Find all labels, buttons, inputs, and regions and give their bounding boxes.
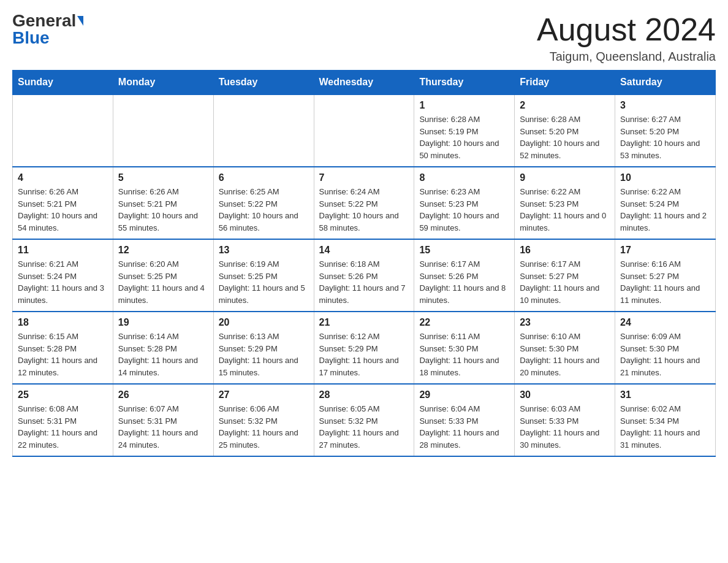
- day-info: Sunrise: 6:17 AMSunset: 5:27 PMDaylight:…: [520, 258, 610, 306]
- day-info: Sunrise: 6:21 AMSunset: 5:24 PMDaylight:…: [18, 258, 108, 306]
- day-cell: 2Sunrise: 6:28 AMSunset: 5:20 PMDaylight…: [515, 94, 615, 167]
- day-number: 7: [319, 172, 409, 183]
- day-info: Sunrise: 6:19 AMSunset: 5:25 PMDaylight:…: [219, 258, 309, 306]
- day-cell: 31Sunrise: 6:02 AMSunset: 5:34 PMDayligh…: [615, 384, 716, 456]
- weekday-header-monday: Monday: [113, 71, 213, 95]
- day-cell: 18Sunrise: 6:15 AMSunset: 5:28 PMDayligh…: [13, 312, 113, 384]
- day-cell: 15Sunrise: 6:17 AMSunset: 5:26 PMDayligh…: [414, 239, 515, 312]
- day-cell: [213, 94, 314, 167]
- logo-general: General: [12, 12, 76, 29]
- day-info: Sunrise: 6:24 AMSunset: 5:22 PMDaylight:…: [319, 186, 409, 234]
- week-row-5: 25Sunrise: 6:08 AMSunset: 5:31 PMDayligh…: [13, 384, 716, 456]
- day-number: 31: [620, 389, 710, 400]
- week-row-4: 18Sunrise: 6:15 AMSunset: 5:28 PMDayligh…: [13, 312, 716, 384]
- day-number: 22: [419, 317, 509, 328]
- day-number: 25: [18, 389, 108, 400]
- day-cell: 22Sunrise: 6:11 AMSunset: 5:30 PMDayligh…: [414, 312, 515, 384]
- week-row-2: 4Sunrise: 6:26 AMSunset: 5:21 PMDaylight…: [13, 167, 716, 239]
- day-cell: 9Sunrise: 6:22 AMSunset: 5:23 PMDaylight…: [515, 167, 615, 239]
- day-info: Sunrise: 6:15 AMSunset: 5:28 PMDaylight:…: [18, 331, 108, 378]
- day-info: Sunrise: 6:11 AMSunset: 5:30 PMDaylight:…: [419, 331, 509, 378]
- location: Taigum, Queensland, Australia: [537, 50, 716, 64]
- day-cell: 8Sunrise: 6:23 AMSunset: 5:23 PMDaylight…: [414, 167, 515, 239]
- day-number: 20: [219, 317, 309, 328]
- day-info: Sunrise: 6:02 AMSunset: 5:34 PMDaylight:…: [620, 403, 710, 451]
- day-cell: 11Sunrise: 6:21 AMSunset: 5:24 PMDayligh…: [13, 239, 113, 312]
- day-number: 24: [620, 317, 710, 328]
- day-cell: [113, 94, 213, 167]
- day-info: Sunrise: 6:14 AMSunset: 5:28 PMDaylight:…: [118, 331, 208, 378]
- day-cell: 19Sunrise: 6:14 AMSunset: 5:28 PMDayligh…: [113, 312, 213, 384]
- day-info: Sunrise: 6:27 AMSunset: 5:20 PMDaylight:…: [620, 113, 710, 161]
- day-cell: 28Sunrise: 6:05 AMSunset: 5:32 PMDayligh…: [314, 384, 414, 456]
- day-cell: 23Sunrise: 6:10 AMSunset: 5:30 PMDayligh…: [515, 312, 615, 384]
- day-number: 11: [18, 245, 108, 256]
- header-row: SundayMondayTuesdayWednesdayThursdayFrid…: [13, 71, 716, 95]
- day-number: 9: [520, 172, 610, 183]
- day-cell: 10Sunrise: 6:22 AMSunset: 5:24 PMDayligh…: [615, 167, 716, 239]
- day-number: 26: [118, 389, 208, 400]
- day-info: Sunrise: 6:26 AMSunset: 5:21 PMDaylight:…: [18, 186, 108, 234]
- day-cell: 6Sunrise: 6:25 AMSunset: 5:22 PMDaylight…: [213, 167, 314, 239]
- weekday-header-tuesday: Tuesday: [213, 71, 314, 95]
- day-info: Sunrise: 6:25 AMSunset: 5:22 PMDaylight:…: [219, 186, 309, 234]
- day-info: Sunrise: 6:06 AMSunset: 5:32 PMDaylight:…: [219, 403, 309, 451]
- day-cell: 20Sunrise: 6:13 AMSunset: 5:29 PMDayligh…: [213, 312, 314, 384]
- day-info: Sunrise: 6:07 AMSunset: 5:31 PMDaylight:…: [118, 403, 208, 451]
- day-number: 17: [620, 245, 710, 256]
- logo: General Blue: [12, 12, 83, 47]
- day-info: Sunrise: 6:17 AMSunset: 5:26 PMDaylight:…: [419, 258, 509, 306]
- day-cell: 30Sunrise: 6:03 AMSunset: 5:33 PMDayligh…: [515, 384, 615, 456]
- weekday-header-friday: Friday: [515, 71, 615, 95]
- day-number: 18: [18, 317, 108, 328]
- day-cell: [13, 94, 113, 167]
- logo-blue: Blue: [12, 28, 50, 47]
- day-cell: 26Sunrise: 6:07 AMSunset: 5:31 PMDayligh…: [113, 384, 213, 456]
- day-number: 3: [620, 100, 710, 111]
- day-number: 12: [118, 245, 208, 256]
- day-info: Sunrise: 6:22 AMSunset: 5:24 PMDaylight:…: [620, 186, 710, 234]
- day-info: Sunrise: 6:13 AMSunset: 5:29 PMDaylight:…: [219, 331, 309, 378]
- day-info: Sunrise: 6:16 AMSunset: 5:27 PMDaylight:…: [620, 258, 710, 306]
- weekday-header-sunday: Sunday: [13, 71, 113, 95]
- day-cell: 4Sunrise: 6:26 AMSunset: 5:21 PMDaylight…: [13, 167, 113, 239]
- calendar-table: SundayMondayTuesdayWednesdayThursdayFrid…: [12, 70, 716, 457]
- day-number: 23: [520, 317, 610, 328]
- day-info: Sunrise: 6:09 AMSunset: 5:30 PMDaylight:…: [620, 331, 710, 378]
- week-row-1: 1Sunrise: 6:28 AMSunset: 5:19 PMDaylight…: [13, 94, 716, 167]
- day-number: 15: [419, 245, 509, 256]
- day-number: 14: [319, 245, 409, 256]
- weekday-header-thursday: Thursday: [414, 71, 515, 95]
- day-info: Sunrise: 6:05 AMSunset: 5:32 PMDaylight:…: [319, 403, 409, 451]
- day-cell: 24Sunrise: 6:09 AMSunset: 5:30 PMDayligh…: [615, 312, 716, 384]
- day-info: Sunrise: 6:28 AMSunset: 5:20 PMDaylight:…: [520, 113, 610, 161]
- weekday-header-wednesday: Wednesday: [314, 71, 414, 95]
- day-number: 13: [219, 245, 309, 256]
- day-number: 21: [319, 317, 409, 328]
- day-number: 8: [419, 172, 509, 183]
- day-cell: [314, 94, 414, 167]
- day-info: Sunrise: 6:20 AMSunset: 5:25 PMDaylight:…: [118, 258, 208, 306]
- day-cell: 3Sunrise: 6:27 AMSunset: 5:20 PMDaylight…: [615, 94, 716, 167]
- day-number: 1: [419, 100, 509, 111]
- day-info: Sunrise: 6:23 AMSunset: 5:23 PMDaylight:…: [419, 186, 509, 234]
- day-info: Sunrise: 6:18 AMSunset: 5:26 PMDaylight:…: [319, 258, 409, 306]
- day-info: Sunrise: 6:12 AMSunset: 5:29 PMDaylight:…: [319, 331, 409, 378]
- day-cell: 29Sunrise: 6:04 AMSunset: 5:33 PMDayligh…: [414, 384, 515, 456]
- day-cell: 5Sunrise: 6:26 AMSunset: 5:21 PMDaylight…: [113, 167, 213, 239]
- day-number: 4: [18, 172, 108, 183]
- day-cell: 16Sunrise: 6:17 AMSunset: 5:27 PMDayligh…: [515, 239, 615, 312]
- day-cell: 1Sunrise: 6:28 AMSunset: 5:19 PMDaylight…: [414, 94, 515, 167]
- day-number: 5: [118, 172, 208, 183]
- day-info: Sunrise: 6:08 AMSunset: 5:31 PMDaylight:…: [18, 403, 108, 451]
- day-info: Sunrise: 6:22 AMSunset: 5:23 PMDaylight:…: [520, 186, 610, 234]
- day-info: Sunrise: 6:26 AMSunset: 5:21 PMDaylight:…: [118, 186, 208, 234]
- day-info: Sunrise: 6:28 AMSunset: 5:19 PMDaylight:…: [419, 113, 509, 161]
- day-number: 16: [520, 245, 610, 256]
- day-cell: 7Sunrise: 6:24 AMSunset: 5:22 PMDaylight…: [314, 167, 414, 239]
- day-info: Sunrise: 6:10 AMSunset: 5:30 PMDaylight:…: [520, 331, 610, 378]
- month-title: August 2024: [537, 12, 716, 47]
- weekday-header-saturday: Saturday: [615, 71, 716, 95]
- page-header: General Blue August 2024 Taigum, Queensl…: [12, 12, 716, 64]
- day-cell: 21Sunrise: 6:12 AMSunset: 5:29 PMDayligh…: [314, 312, 414, 384]
